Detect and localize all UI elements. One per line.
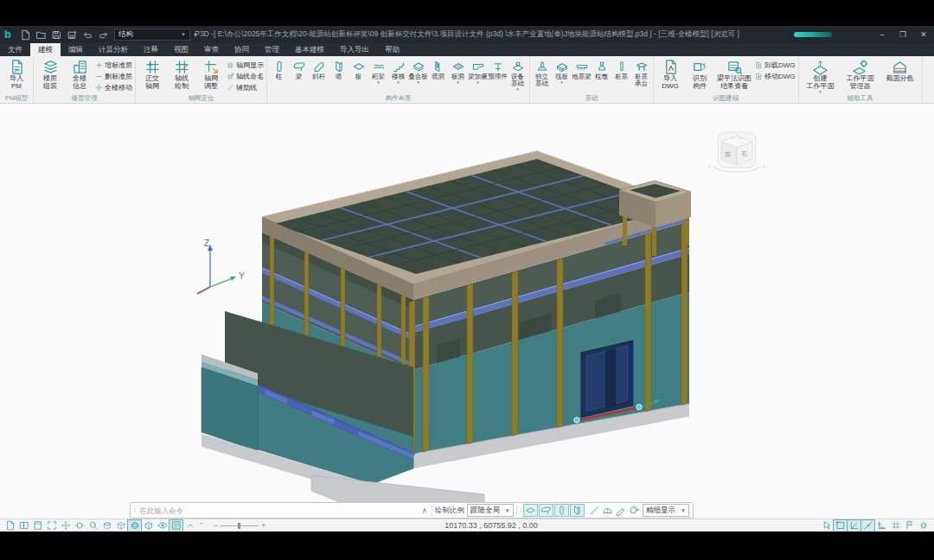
tab-11[interactable]: 帮助 [377, 43, 407, 56]
collapse-icon[interactable] [183, 520, 196, 531]
toggle-wall-display[interactable] [570, 504, 585, 517]
ribbon-button[interactable]: 桩基 [611, 57, 631, 94]
ribbon-button[interactable]: 截面分色 [880, 57, 920, 94]
view-n-icon[interactable] [100, 520, 113, 531]
ribbon-small-button[interactable]: 轴线命名 [227, 71, 264, 81]
select-cursor-icon[interactable] [820, 520, 833, 531]
zoom-icon[interactable] [86, 520, 99, 531]
ribbon-button[interactable]: 正交 轴网 [138, 57, 167, 94]
ribbon-button[interactable]: 全楼 信息 [65, 57, 94, 94]
snap-box-icon[interactable] [834, 520, 847, 531]
annotate-icon[interactable] [614, 504, 627, 517]
tab-5[interactable]: 视图 [166, 43, 196, 56]
tab-10[interactable]: 导入导出 [332, 43, 377, 56]
ribbon-button[interactable]: 梁 [289, 57, 309, 94]
selection-grip[interactable] [574, 417, 579, 423]
ribbon-small-button[interactable]: 增标准层 [95, 60, 132, 70]
snap-line-icon[interactable] [861, 520, 874, 531]
pan-icon[interactable] [59, 520, 72, 531]
ribbon-button[interactable]: 柱 [269, 57, 289, 94]
marker-icon[interactable] [903, 520, 916, 531]
detail-display-dropdown[interactable]: 精细显示 ▼ [643, 504, 689, 517]
ribbon-button[interactable]: 梁加腋▾ [468, 57, 488, 94]
toggle-beam-display[interactable] [539, 504, 553, 517]
ribbon-button[interactable]: 墙 [329, 57, 349, 94]
collapse-button[interactable]: ∧ [420, 506, 429, 514]
orbit-h-icon[interactable] [73, 520, 86, 531]
tab-9[interactable]: 基本建模 [287, 43, 332, 56]
ribbon-button[interactable]: 地基梁 [572, 57, 592, 94]
ribbon-button[interactable]: 独立 基础 [532, 57, 552, 94]
ruler-icon[interactable] [875, 520, 888, 531]
toggle-slab-display[interactable] [523, 504, 538, 517]
ribbon-button[interactable]: 导入 PM [2, 57, 31, 94]
tab-7[interactable]: 协同 [227, 43, 257, 56]
ribbon-button[interactable]: 板洞▾ [448, 57, 468, 94]
ribbon-small-button[interactable]: 卸载DWG [755, 60, 796, 70]
ribbon-button[interactable]: 叠合板▾ [408, 57, 428, 94]
view-e-icon[interactable] [114, 520, 127, 531]
zoom-slider[interactable]: − + [214, 521, 266, 530]
viewport[interactable]: Z Y 前 右 ⁞ ∧ 绘制比例 跟随全局 [0, 104, 934, 519]
profile-dropdown[interactable]: 结构 ▼ [114, 29, 190, 41]
viewports-icon[interactable] [17, 520, 30, 531]
ribbon-button[interactable]: 设备 基础▾ [508, 57, 528, 94]
ribbon-small-button[interactable]: 辅助线 [227, 82, 264, 92]
display-list-icon[interactable] [170, 520, 182, 531]
command-input[interactable] [138, 506, 418, 516]
ribbon-button[interactable]: 识别 构件 [685, 57, 714, 94]
ribbon-button[interactable]: 柱墩 [592, 57, 611, 94]
ribbon-button[interactable]: 导入 DWG [656, 57, 685, 94]
ribbon-small-button[interactable]: 删标准层 [95, 71, 132, 81]
close-button[interactable]: ✕ [913, 26, 934, 43]
toggle-col-display[interactable] [554, 504, 569, 517]
new-button[interactable] [18, 28, 32, 41]
collapse-icon[interactable]: ⌃ [196, 522, 207, 529]
undo-button[interactable] [80, 28, 94, 41]
ribbon-button[interactable]: 楼梯▾ [388, 57, 408, 94]
visibility-icon[interactable] [156, 520, 169, 531]
save-button[interactable] [49, 28, 63, 41]
ribbon-button[interactable]: 创建 工作平面▾ [801, 57, 841, 94]
snap-angle-icon[interactable] [848, 520, 860, 531]
ribbon-button[interactable]: 工作平面 管理器 [841, 57, 880, 94]
ribbon-button[interactable]: 桩基 承台 [631, 57, 651, 94]
view-cube[interactable]: 前 右 [708, 132, 765, 172]
ribbon-button[interactable]: 板 [349, 57, 368, 94]
tab-2[interactable]: 编辑 [61, 43, 91, 56]
orbit-icon[interactable] [627, 504, 640, 517]
scale-dropdown[interactable]: 跟随全局 ▼ [467, 504, 514, 517]
save-as-button[interactable] [65, 28, 79, 41]
tab-1[interactable]: 建模 [30, 43, 61, 56]
fit-extents-icon[interactable] [45, 520, 58, 531]
tab-6[interactable]: 审查 [196, 43, 227, 56]
zoom-in-button[interactable]: + [261, 521, 265, 530]
tab-0[interactable]: 文件 [0, 43, 30, 56]
ribbon-button[interactable]: 桁架▾ [368, 57, 388, 94]
ribbon-button[interactable]: 轴网 调整 [196, 57, 226, 94]
zoom-out-button[interactable]: − [214, 521, 218, 530]
shade-mode-icon[interactable] [142, 520, 155, 531]
slider-track[interactable] [221, 525, 259, 526]
restore-button[interactable]: ❐ [892, 26, 913, 43]
ribbon-button[interactable]: 斜杆 [309, 57, 329, 94]
tab-3[interactable]: 计算分析 [91, 43, 136, 56]
ribbon-button[interactable]: 筏板▾ [552, 57, 572, 94]
ribbon-button[interactable]: 轴线 绘制 [167, 57, 196, 94]
slider-knob[interactable] [238, 523, 240, 529]
sheet-icon[interactable] [31, 520, 44, 531]
minimize-button[interactable]: – [872, 26, 892, 43]
grid-snap-icon[interactable] [889, 520, 902, 531]
ribbon-small-button[interactable]: 移动DWG [755, 71, 796, 81]
measure-icon[interactable] [588, 504, 601, 517]
ribbon-small-button[interactable]: 轴网显示 [227, 60, 264, 70]
tab-8[interactable]: 管理 [257, 43, 287, 56]
redo-button[interactable] [96, 28, 110, 41]
tab-4[interactable]: 注释 [136, 43, 166, 56]
drag-handle-icon[interactable]: ⁞ [134, 506, 135, 514]
ribbon-button[interactable]: 墙洞 [428, 57, 448, 94]
model-3d-view[interactable]: Z Y 前 右 [0, 104, 934, 519]
gear-icon[interactable] [917, 520, 930, 531]
ribbon-button[interactable]: 预埋件 [488, 57, 508, 94]
open-button[interactable] [34, 28, 48, 41]
